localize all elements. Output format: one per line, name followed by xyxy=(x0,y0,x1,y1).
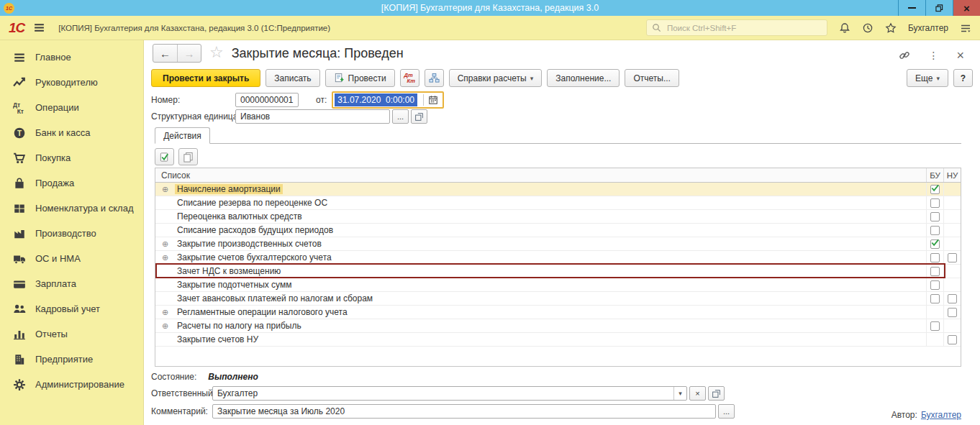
checkbox[interactable] xyxy=(930,185,940,194)
comment-expand-button[interactable]: ... xyxy=(718,404,735,419)
minimize-button[interactable] xyxy=(898,0,925,16)
bu-cell[interactable] xyxy=(926,210,943,223)
more-actions-button[interactable]: Еще▾ xyxy=(907,69,948,87)
show-postings-button[interactable]: ДтКт xyxy=(400,69,419,87)
table-row[interactable]: Списание резерва по переоценке ОС xyxy=(155,196,961,210)
author-link[interactable]: Бухгалтер xyxy=(921,410,961,420)
bu-cell[interactable] xyxy=(926,306,943,319)
nu-cell[interactable] xyxy=(943,333,961,346)
sidebar-item-people[interactable]: Кадровый учет xyxy=(0,296,143,321)
table-row[interactable]: Списание расходов будущих периодов xyxy=(155,224,961,237)
checkbox[interactable] xyxy=(930,267,940,276)
close-window-button[interactable]: × xyxy=(953,0,980,16)
expand-icon[interactable]: ⊕ xyxy=(155,253,175,262)
sidebar-item-cart[interactable]: Покупка xyxy=(0,145,143,170)
table-row[interactable]: Переоценка валютных средств xyxy=(155,210,961,224)
reports-button[interactable]: Отчеты... xyxy=(625,69,679,87)
expand-icon[interactable]: ⊕ xyxy=(155,308,175,317)
sidebar-item-grid[interactable]: Номенклатура и склад xyxy=(0,196,143,221)
save-button[interactable]: Записать xyxy=(266,69,319,87)
date-value-selected[interactable]: 31.07.2020 0:00:00 xyxy=(335,93,417,106)
expand-icon[interactable]: ⊕ xyxy=(155,239,175,249)
checkbox[interactable] xyxy=(930,321,940,331)
table-row[interactable]: Закрытие счетов НУ xyxy=(155,333,961,347)
checkbox[interactable] xyxy=(930,239,940,249)
nu-cell[interactable] xyxy=(943,319,961,332)
tab-actions[interactable]: Действия xyxy=(155,127,210,144)
bu-cell[interactable] xyxy=(926,265,943,278)
nu-cell[interactable] xyxy=(943,265,961,278)
global-search[interactable] xyxy=(646,19,827,36)
more-menu-button[interactable]: ⋮ xyxy=(928,50,938,60)
table-row[interactable]: Зачет авансовых платежей по налогам и сб… xyxy=(155,292,961,306)
checkbox[interactable] xyxy=(930,198,940,208)
unit-field[interactable]: Иванов xyxy=(235,109,390,124)
checkbox[interactable] xyxy=(930,212,940,221)
checkbox[interactable] xyxy=(930,280,940,290)
responsible-open-button[interactable] xyxy=(708,386,725,401)
bu-cell[interactable] xyxy=(926,319,943,332)
expand-icon[interactable]: ⊕ xyxy=(155,185,175,194)
forward-button[interactable]: → xyxy=(177,45,201,62)
nu-cell[interactable] xyxy=(943,292,961,305)
check-all-button[interactable] xyxy=(155,148,174,165)
sidebar-item-coin[interactable]: Банк и касса xyxy=(0,120,143,145)
sidebar-item-dtkt[interactable]: Операции xyxy=(0,95,143,120)
unit-open-button[interactable] xyxy=(411,109,427,124)
checkbox[interactable] xyxy=(948,294,957,303)
responsible-field[interactable]: Бухгалтер ▾ xyxy=(212,386,687,401)
sidebar-item-truck[interactable]: ОС и НМА xyxy=(0,246,143,271)
responsible-clear-button[interactable]: × xyxy=(689,386,706,401)
maximize-button[interactable] xyxy=(925,0,953,16)
checkbox[interactable] xyxy=(948,335,957,344)
unit-choose-button[interactable]: ... xyxy=(392,109,409,124)
table-row[interactable]: ⊕ Расчеты по налогу на прибыль xyxy=(155,319,961,333)
table-row[interactable]: ⊕ Закрытие производственных счетов xyxy=(155,237,961,251)
favorites-button[interactable] xyxy=(885,22,897,34)
get-link-button[interactable] xyxy=(899,50,910,61)
date-field[interactable]: 31.07.2020 0:00:00 xyxy=(332,91,444,109)
bu-cell[interactable] xyxy=(926,333,943,346)
document-structure-button[interactable] xyxy=(425,69,444,87)
bu-cell[interactable] xyxy=(926,251,943,264)
bu-cell[interactable] xyxy=(926,292,943,305)
close-form-button[interactable]: × xyxy=(956,49,964,62)
sidebar-item-card[interactable]: Зарплата xyxy=(0,271,143,296)
sidebar-item-trend[interactable]: Руководителю xyxy=(0,70,143,95)
post-button[interactable]: Провести xyxy=(325,69,395,87)
sidebar-item-gear[interactable]: Администрирование xyxy=(0,372,143,397)
calendar-picker-button[interactable] xyxy=(424,95,443,105)
table-row[interactable]: ⊕ Начисление амортизации xyxy=(155,183,961,196)
checkbox[interactable] xyxy=(948,253,957,262)
history-button[interactable] xyxy=(862,22,874,34)
nu-cell[interactable] xyxy=(943,237,961,250)
checkbox[interactable] xyxy=(948,308,957,317)
sidebar-item-bag[interactable]: Продажа xyxy=(0,170,143,196)
back-button[interactable]: ← xyxy=(153,45,177,62)
comment-field[interactable]: Закрытие месяца за Июль 2020 xyxy=(212,404,716,419)
search-input[interactable] xyxy=(666,23,822,33)
checkbox[interactable] xyxy=(930,226,940,235)
current-user[interactable]: Бухгалтер xyxy=(908,23,948,33)
nu-cell[interactable] xyxy=(943,183,961,196)
service-menu-button[interactable] xyxy=(960,22,971,34)
bu-cell[interactable] xyxy=(926,224,943,237)
nu-cell[interactable] xyxy=(943,251,961,264)
number-field[interactable]: 00000000001 xyxy=(235,93,299,107)
sidebar-item-menu[interactable]: Главное xyxy=(0,45,143,70)
nu-cell[interactable] xyxy=(943,278,961,291)
post-and-close-button[interactable]: Провести и закрыть xyxy=(151,69,260,87)
responsible-dropdown-button[interactable]: ▾ xyxy=(673,387,686,400)
uncheck-all-button[interactable] xyxy=(178,148,198,165)
sidebar-item-factory[interactable]: Производство xyxy=(0,221,143,246)
table-row[interactable]: Закрытие подотчетных сумм xyxy=(155,278,961,292)
bu-cell[interactable] xyxy=(926,237,943,250)
main-menu-button[interactable] xyxy=(33,22,45,34)
nu-cell[interactable] xyxy=(943,196,961,209)
nu-cell[interactable] xyxy=(943,306,961,319)
favorite-star-icon[interactable]: ☆ xyxy=(209,45,224,60)
bu-cell[interactable] xyxy=(926,183,943,196)
table-row[interactable]: ⊕ Регламентные операции налогового учета xyxy=(155,306,961,319)
table-row[interactable]: Зачет НДС к возмещению xyxy=(155,265,961,278)
calc-references-button[interactable]: Справки расчеты▾ xyxy=(449,69,543,87)
